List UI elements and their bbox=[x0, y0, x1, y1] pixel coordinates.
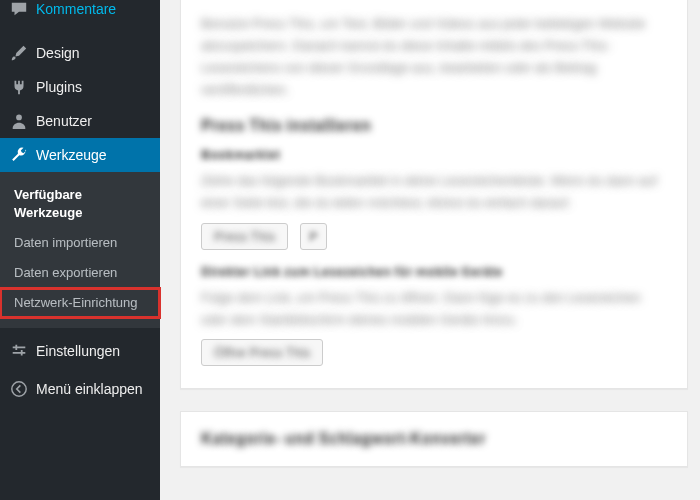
submenu-item-import[interactable]: Daten importieren bbox=[0, 228, 160, 258]
sidebar-item-label: Design bbox=[36, 44, 80, 62]
comment-icon bbox=[10, 0, 28, 18]
submenu-item-label: Netzwerk-Einrichtung bbox=[14, 295, 138, 310]
open-press-this-button[interactable]: Öffne Press This bbox=[201, 339, 323, 366]
sidebar-item-label: Benutzer bbox=[36, 112, 92, 130]
brush-icon bbox=[10, 44, 28, 62]
collapse-menu[interactable]: Menü einklappen bbox=[0, 372, 160, 406]
sidebar-item-label: Werkzeuge bbox=[36, 146, 107, 164]
button-label: Öffne Press This bbox=[214, 345, 310, 360]
blur-subheading: Direkter Link zum Lesezeichen für mobile… bbox=[201, 264, 667, 279]
sidebar-item-label: Kommentare bbox=[36, 0, 116, 18]
sidebar-item-label: Plugins bbox=[36, 78, 82, 96]
submenu-item-label: Verfügbare Werkzeuge bbox=[14, 187, 82, 220]
sliders-icon bbox=[10, 342, 28, 360]
submenu-item-export[interactable]: Daten exportieren bbox=[0, 258, 160, 288]
sidebar-item-label: Einstellungen bbox=[36, 342, 120, 360]
blur-heading: Press This installieren bbox=[201, 117, 667, 135]
blur-heading: Kategorie- und Schlagwort-Konverter bbox=[201, 430, 667, 448]
wrench-icon bbox=[10, 146, 28, 164]
press-this-card: Benutze Press This, um Text, Bilder und … bbox=[180, 0, 688, 389]
button-label: Press This bbox=[214, 229, 275, 244]
blur-subheading: Bookmarklet bbox=[201, 147, 667, 162]
press-this-icon-button[interactable]: P bbox=[300, 223, 327, 250]
collapse-menu-label: Menü einklappen bbox=[36, 380, 143, 398]
submenu-item-available-tools[interactable]: Verfügbare Werkzeuge bbox=[0, 180, 160, 228]
main-content: Benutze Press This, um Text, Bilder und … bbox=[160, 0, 700, 500]
user-icon bbox=[10, 112, 28, 130]
converter-card: Kategorie- und Schlagwort-Konverter bbox=[180, 411, 688, 467]
svg-point-0 bbox=[16, 115, 22, 121]
pin-icon: P bbox=[309, 229, 318, 244]
blur-paragraph: Benutze Press This, um Text, Bilder und … bbox=[201, 13, 667, 101]
sidebar-item-plugins[interactable]: Plugins bbox=[0, 70, 160, 104]
sidebar-item-comments[interactable]: Kommentare bbox=[0, 0, 160, 26]
svg-point-1 bbox=[12, 382, 26, 396]
admin-sidebar: Kommentare Design Plugins Benutzer bbox=[0, 0, 160, 500]
submenu-item-label: Daten importieren bbox=[14, 235, 117, 250]
sidebar-item-design[interactable]: Design bbox=[0, 36, 160, 70]
blur-paragraph: Folge dem Link, um Press This zu öffnen.… bbox=[201, 287, 667, 331]
sidebar-item-users[interactable]: Benutzer bbox=[0, 104, 160, 138]
submenu-tools: Verfügbare Werkzeuge Daten importieren D… bbox=[0, 172, 160, 328]
plug-icon bbox=[10, 78, 28, 96]
submenu-item-network-setup[interactable]: Netzwerk-Einrichtung bbox=[0, 288, 160, 318]
sidebar-item-settings[interactable]: Einstellungen bbox=[0, 334, 160, 368]
collapse-icon bbox=[10, 380, 28, 398]
submenu-item-label: Daten exportieren bbox=[14, 265, 117, 280]
press-this-button[interactable]: Press This bbox=[201, 223, 288, 250]
sidebar-item-tools[interactable]: Werkzeuge bbox=[0, 138, 160, 172]
blur-paragraph: Ziehe das folgende Bookmarklet in deine … bbox=[201, 170, 667, 214]
